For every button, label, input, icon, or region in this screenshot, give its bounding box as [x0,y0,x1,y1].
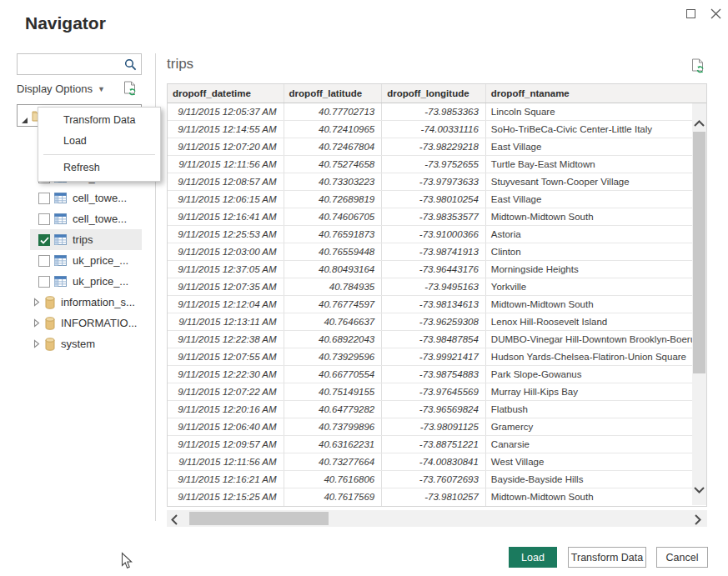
table-cell: 40.76774597 [284,296,383,313]
expand-chevron-icon[interactable] [33,318,40,328]
display-options-label: Display Options [17,83,93,95]
column-header-dropoff_latitude: dropoff_latitude [284,84,383,103]
table-cell: DUMBO-Vinegar Hill-Downtown Brooklyn-Boe… [486,331,706,348]
tree-item-cell-towe[interactable]: cell_towe... [17,188,150,208]
table-cell: 9/11/2015 12:22:38 AM [168,331,284,348]
table-cell: 9/11/2015 12:06:40 AM [168,418,284,435]
scroll-down-icon[interactable] [694,482,705,497]
table-cell: 9/11/2015 12:05:37 AM [168,103,284,120]
table-cell: Turtle Bay-East Midtown [486,156,706,173]
table-row: 9/11/2015 12:37:05 AM40.80493164-73.9644… [168,261,706,278]
database-icon [45,296,55,309]
tree-item-label: trips [73,233,93,246]
table-cell: 9/11/2015 12:12:04 AM [168,296,284,313]
table-cell: 40.75274658 [284,156,383,173]
table-cell: 9/11/2015 12:11:56 AM [168,156,284,173]
close-button[interactable] [707,5,724,22]
table-cell: 9/11/2015 12:25:53 AM [168,226,284,243]
scroll-right-icon[interactable] [695,513,701,528]
table-cell: 40.73303223 [284,173,383,190]
table-cell: Hudson Yards-Chelsea-Flatiron-Union Squa… [486,348,706,365]
table-row: 9/11/2015 12:20:16 AM40.64779282-73.9656… [168,401,706,418]
table-cell: East Village [486,138,706,155]
table-cell: Park Slope-Gowanus [486,366,706,383]
table-cell: 40.74606705 [284,208,383,225]
search-icon[interactable] [124,58,137,74]
tree-item-label: uk_price_... [73,275,128,288]
checkbox-unchecked[interactable] [38,255,50,267]
table-cell: -73.97973633 [382,173,486,190]
table-row: 9/11/2015 12:16:41 AM40.74606705-73.9835… [168,208,706,226]
maximize-icon [686,9,695,18]
column-header-dropoff_longitude: dropoff_longitude [382,84,486,103]
table-cell: Flatbush [486,401,706,418]
table-row: 9/11/2015 12:07:22 AM40.75149155-73.9764… [168,383,706,401]
tree-item-information-s[interactable]: information_s... [17,292,150,313]
transform-data-button[interactable]: Transform Data [568,547,646,568]
cancel-button[interactable]: Cancel [656,547,708,568]
menu-item-transform-data[interactable]: Transform Data [38,110,160,131]
tree-item-informatio[interactable]: INFORMATIO... [17,313,150,333]
expand-chevron-icon[interactable] [33,298,40,307]
table-cell: Midtown-Midtown South [486,208,706,225]
search-box[interactable] [17,53,142,75]
tree-item-trips[interactable]: trips [30,229,142,250]
table-cell: 40.7617569 [284,488,383,506]
tree-item-uk-price[interactable]: uk_price_... [17,271,150,292]
vertical-scroll-thumb[interactable] [693,132,705,373]
search-input[interactable] [21,55,121,73]
checkbox-checked[interactable] [38,234,50,246]
tree-item-label: information_s... [61,296,135,308]
horizontal-scroll-thumb[interactable] [189,512,329,525]
table-row: 9/11/2015 12:11:56 AM40.73277664-74.0083… [168,453,706,471]
menu-item-refresh[interactable]: Refresh [38,158,160,178]
table-icon [54,213,67,224]
table-cell: 40.75149155 [284,383,383,400]
table-cell: 40.72689819 [284,191,383,208]
table-cell: -73.96569824 [382,401,486,418]
expand-chevron-icon[interactable] [33,339,40,348]
table-cell: -73.91000366 [382,226,486,243]
tree-item-system[interactable]: system [17,333,150,354]
table-cell: 9/11/2015 12:07:55 AM [168,348,284,365]
dialog-title: Navigator [25,13,106,33]
table-cell: -73.98353577 [382,208,486,225]
scroll-up-icon[interactable] [694,115,705,130]
checkbox-unchecked[interactable] [38,193,50,204]
horizontal-scrollbar[interactable] [167,510,707,527]
mouse-cursor [121,552,133,573]
table-cell: 9/11/2015 12:37:05 AM [168,261,284,278]
tree-item-cell-towe[interactable]: cell_towe... [17,208,150,229]
table-row: 9/11/2015 12:11:56 AM40.75274658-73.9752… [168,156,706,173]
table-cell: 9/11/2015 12:07:22 AM [168,383,284,400]
table-cell: Stuyvesant Town-Cooper Village [486,173,706,190]
refresh-preview-icon[interactable] [691,58,705,75]
checkbox-unchecked[interactable] [38,213,50,225]
database-icon [45,317,55,330]
refresh-preview-icon[interactable] [123,81,138,98]
table-cell: 40.63162231 [284,436,383,453]
scroll-left-icon[interactable] [171,513,178,528]
database-icon [45,338,55,351]
menu-item-load[interactable]: Load [38,131,160,152]
table-cell: -73.98741913 [382,243,486,260]
collapse-triangle-icon[interactable] [21,113,28,128]
table-cell: Lincoln Square [486,103,706,120]
checkbox-unchecked[interactable] [38,276,50,288]
table-cell: 40.68922043 [284,331,383,348]
maximize-button[interactable] [682,5,699,22]
tree-item-uk-price[interactable]: uk_price_... [17,250,150,271]
table-cell: -73.88751221 [382,436,486,453]
vertical-scrollbar[interactable] [692,103,706,505]
table-cell: Midtown-Midtown South [486,296,706,313]
table-icon [54,276,67,287]
table-cell: 9/11/2015 12:14:55 AM [168,121,284,138]
load-button[interactable]: Load [509,547,557,568]
table-cell: 40.73277664 [284,453,383,470]
table-cell: 40.72410965 [284,121,383,138]
display-options-dropdown[interactable]: Display Options▼ [17,83,105,95]
table-cell: Bayside-Bayside Hills [486,471,706,488]
table-icon [54,193,67,203]
table-cell: -73.99921417 [382,348,486,365]
table-cell: Canarsie [486,436,706,453]
